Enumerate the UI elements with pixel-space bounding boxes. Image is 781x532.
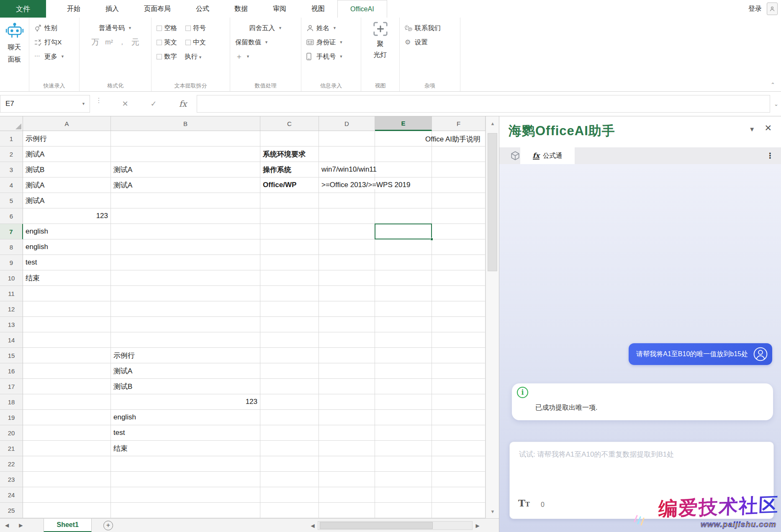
cancel-icon[interactable]: ✕: [116, 95, 135, 113]
row-header-2[interactable]: 2: [0, 146, 23, 162]
pane-close-icon[interactable]: ✕: [764, 123, 772, 133]
horizontal-scrollbar-track[interactable]: [318, 521, 473, 530]
selected-cell-E7[interactable]: [375, 224, 432, 239]
cell-B3[interactable]: 测试A: [111, 162, 260, 177]
cell-A5[interactable]: 测试A: [23, 193, 111, 208]
cell-F16[interactable]: [432, 363, 486, 379]
cell-B12[interactable]: [111, 301, 260, 317]
cell-F1[interactable]: [432, 131, 486, 146]
cell-F12[interactable]: [432, 301, 486, 317]
cell-C15[interactable]: [260, 348, 319, 363]
row-header-7[interactable]: 7: [0, 224, 23, 239]
cell-F23[interactable]: [432, 472, 486, 487]
normal-number-dropdown[interactable]: 普通号码▼: [80, 21, 151, 35]
cell-C11[interactable]: [260, 286, 319, 301]
cell-C25[interactable]: [260, 503, 319, 518]
cell-B9[interactable]: [111, 255, 260, 270]
plus-dropdown[interactable]: ＋▼: [230, 49, 301, 64]
cell-E22[interactable]: [375, 456, 432, 472]
row-header-13[interactable]: 13: [0, 317, 23, 332]
wan-button[interactable]: 万: [91, 37, 99, 48]
cell-D16[interactable]: [319, 363, 375, 379]
menu-tab-4[interactable]: 数据: [222, 0, 260, 18]
login-button[interactable]: 登录: [748, 5, 762, 13]
col-header-D[interactable]: D: [319, 116, 375, 131]
font-size-icon[interactable]: TT: [518, 497, 530, 509]
cell-E18[interactable]: [375, 394, 432, 410]
cell-B6[interactable]: [111, 208, 260, 224]
cell-E14[interactable]: [375, 332, 432, 348]
pane-more-icon[interactable]: ⋮: [766, 151, 774, 160]
cell-B17[interactable]: 测试B: [111, 379, 260, 394]
cell-D25[interactable]: [319, 503, 375, 518]
row-header-22[interactable]: 22: [0, 456, 23, 472]
spotlight-button[interactable]: 聚 光灯: [361, 18, 399, 60]
yuan-button[interactable]: 元: [131, 37, 139, 48]
row-header-17[interactable]: 17: [0, 379, 23, 394]
cell-A10[interactable]: 结束: [23, 270, 111, 286]
cell-B21[interactable]: 结束: [111, 441, 260, 456]
cube-icon[interactable]: [510, 151, 520, 161]
gender-button[interactable]: 性别: [29, 21, 79, 35]
enter-check-icon[interactable]: ✓: [144, 95, 163, 113]
cell-F24[interactable]: [432, 487, 486, 503]
cell-F4[interactable]: [432, 177, 486, 193]
contact-us-button[interactable]: 联系我们: [400, 21, 460, 35]
settings-button[interactable]: ⚙ 设置: [400, 35, 460, 49]
name-dropdown[interactable]: 姓名▼: [301, 21, 361, 35]
cell-F3[interactable]: [432, 162, 486, 177]
chat-panel-button[interactable]: 聊天 面板: [0, 18, 29, 91]
cell-F20[interactable]: [432, 425, 486, 441]
cell-C19[interactable]: [260, 410, 319, 425]
row-header-18[interactable]: 18: [0, 394, 23, 410]
cell-E23[interactable]: [375, 472, 432, 487]
cell-D20[interactable]: [319, 425, 375, 441]
row-header-3[interactable]: 3: [0, 162, 23, 177]
col-header-A[interactable]: A: [23, 116, 111, 131]
cell-B25[interactable]: [111, 503, 260, 518]
add-sheet-icon[interactable]: +: [103, 521, 113, 530]
cell-A15[interactable]: [23, 348, 111, 363]
cell-C6[interactable]: [260, 208, 319, 224]
cell-B5[interactable]: [111, 193, 260, 208]
cell-D2[interactable]: [319, 146, 375, 162]
row-header-15[interactable]: 15: [0, 348, 23, 363]
name-box[interactable]: E7 ▼: [0, 95, 90, 113]
menu-tab-0[interactable]: 开始: [54, 0, 93, 18]
cell-B19[interactable]: english: [111, 410, 260, 425]
cell-B20[interactable]: test: [111, 425, 260, 441]
vertical-scrollbar-thumb[interactable]: [488, 133, 497, 271]
cell-C18[interactable]: [260, 394, 319, 410]
scroll-left-icon[interactable]: ◀: [308, 523, 318, 529]
cell-E21[interactable]: [375, 441, 432, 456]
cell-F14[interactable]: [432, 332, 486, 348]
cell-A7[interactable]: english: [23, 224, 111, 239]
cell-A20[interactable]: [23, 425, 111, 441]
sqm-button[interactable]: m²: [105, 39, 113, 46]
row-header-10[interactable]: 10: [0, 270, 23, 286]
cell-B24[interactable]: [111, 487, 260, 503]
sheet-prev-icon[interactable]: ◀: [0, 522, 14, 528]
cell-E13[interactable]: [375, 317, 432, 332]
cell-A6[interactable]: 123: [23, 208, 111, 224]
cell-F6[interactable]: [432, 208, 486, 224]
cell-D8[interactable]: [319, 239, 375, 255]
cell-A14[interactable]: [23, 332, 111, 348]
cell-B16[interactable]: 测试A: [111, 363, 260, 379]
cell-D11[interactable]: [319, 286, 375, 301]
cell-E19[interactable]: [375, 410, 432, 425]
cell-D1[interactable]: [319, 131, 375, 146]
cell-B15[interactable]: 示例行: [111, 348, 260, 363]
cell-F19[interactable]: [432, 410, 486, 425]
cell-F2[interactable]: [432, 146, 486, 162]
cell-D7[interactable]: [319, 224, 375, 239]
cell-D21[interactable]: [319, 441, 375, 456]
cell-F9[interactable]: [432, 255, 486, 270]
menu-tab-3[interactable]: 公式: [183, 0, 222, 18]
cell-B8[interactable]: [111, 239, 260, 255]
row-header-24[interactable]: 24: [0, 487, 23, 503]
row-header-8[interactable]: 8: [0, 239, 23, 255]
menu-tab-2[interactable]: 页面布局: [131, 0, 183, 18]
cell-F11[interactable]: [432, 286, 486, 301]
cell-A23[interactable]: [23, 472, 111, 487]
